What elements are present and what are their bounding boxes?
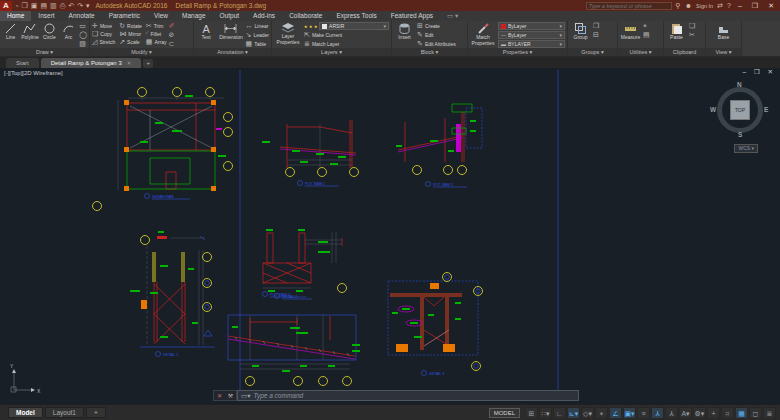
open-icon[interactable]: ❒ — [21, 1, 27, 11]
groups-panel-label[interactable]: Groups ▾ — [568, 48, 617, 56]
erase-tool-icon[interactable]: ✐ — [168, 22, 174, 30]
fillet-tool[interactable]: ◜Fillet — [146, 30, 167, 38]
search-input[interactable] — [586, 2, 672, 10]
layer-freeze-icon[interactable]: ● — [309, 22, 312, 30]
save-icon[interactable]: ▣ — [31, 1, 38, 11]
isodraft-toggle[interactable]: ◇▾ — [581, 407, 594, 419]
command-input[interactable]: ▭▾ Type a command — [237, 390, 579, 401]
polar-tracking-toggle[interactable]: ⊾▾ — [567, 407, 580, 419]
cut-clip-icon[interactable]: ✂ — [689, 31, 695, 39]
tab-manage[interactable]: Manage — [175, 11, 213, 21]
drawing-potongan-ram-2[interactable]: POT. RAM 2 — [396, 104, 482, 187]
match-layer-tool[interactable]: ≣Match Layer — [304, 40, 389, 48]
undo-icon[interactable]: ↶ — [68, 1, 74, 11]
search-icon[interactable]: ⚲ — [676, 2, 681, 10]
quick-calc-icon[interactable]: ▤ — [643, 31, 650, 39]
polyline-tool[interactable]: Polyline — [21, 22, 39, 41]
command-close-icon[interactable]: ✕ — [217, 392, 222, 399]
line-tool[interactable]: Line — [2, 22, 19, 41]
close-tab-icon[interactable]: ✕ — [127, 60, 132, 66]
clipboard-panel-label[interactable]: Clipboard — [664, 48, 705, 56]
hatch-tool-icon[interactable]: ▨ — [79, 40, 87, 48]
measure-tool[interactable]: Measure — [620, 22, 641, 41]
annotation-monitor-toggle[interactable]: + — [707, 407, 720, 419]
drawing-detail-3[interactable]: DETAIL 3 — [388, 273, 483, 377]
table-tool[interactable]: ▦Table — [246, 40, 269, 48]
drawing-potongan-ram-1[interactable]: POT. RAM 1 — [262, 120, 359, 186]
tab-output[interactable]: Output — [213, 11, 247, 21]
trim-tool[interactable]: ✂Trim — [146, 22, 167, 30]
restore-button[interactable]: ❐ — [749, 2, 761, 10]
minimize-button[interactable]: – — [735, 2, 745, 9]
new-icon[interactable]: ▫ — [16, 1, 18, 11]
group-tool[interactable]: Group — [570, 22, 591, 41]
graphics-performance-toggle[interactable]: ▦ — [735, 407, 748, 419]
tab-view[interactable]: View — [147, 11, 175, 21]
annotation-panel-label[interactable]: Annotation ▾ — [194, 48, 271, 56]
linetype-dropdown[interactable]: —ByLayer▾ — [498, 31, 565, 39]
dimension-tool[interactable]: Dimension — [218, 22, 243, 41]
linear-tool[interactable]: ↔Linear — [246, 22, 269, 30]
layers-panel-label[interactable]: Layers ▾ — [272, 48, 391, 56]
lineweight-toggle[interactable]: ≡ — [637, 407, 650, 419]
signin-label[interactable]: Sign In — [696, 3, 713, 9]
snap-mode-toggle[interactable]: ∷▾ — [539, 407, 552, 419]
ucs-icon[interactable]: Y X — [10, 363, 41, 394]
copy-tool[interactable]: ❏Copy — [92, 30, 115, 38]
signin-user-icon[interactable]: ☻ — [685, 2, 692, 9]
tab-collaborate[interactable]: Collaborate — [282, 11, 329, 21]
group-edit-icon[interactable]: ⊟ — [593, 31, 599, 39]
scale-tool[interactable]: ↗Scale — [119, 38, 142, 46]
qat-dropdown-icon[interactable]: ▾ — [86, 1, 90, 11]
viewcube-south[interactable]: S — [738, 131, 742, 138]
match-properties-tool[interactable]: Match Properties — [470, 22, 496, 46]
model-space-button[interactable]: MODEL — [489, 408, 520, 418]
ellipse-tool-icon[interactable]: ◯ — [79, 31, 87, 39]
grid-bubble[interactable] — [93, 202, 102, 211]
rotate-tool[interactable]: ↻Rotate — [119, 22, 142, 30]
add-layout-button[interactable]: + — [86, 407, 106, 418]
leader-tool[interactable]: ↘Leader — [246, 31, 269, 39]
plot-icon[interactable]: ⎙ — [60, 1, 66, 11]
viewport-controls[interactable]: [-][Top][2D Wireframe] — [4, 70, 63, 76]
document-tab[interactable]: Detail Ramp & Potongan 3✕ — [41, 58, 142, 68]
help-icon[interactable]: ? — [727, 2, 731, 9]
ortho-mode-toggle[interactable]: ∟ — [553, 407, 566, 419]
drawing-detail-2[interactable]: DETAIL 2 — [263, 229, 347, 299]
model-space[interactable]: DENAH RAM POT. RAM 1 — [0, 68, 780, 404]
grid-display-toggle[interactable]: ⊞ — [525, 407, 538, 419]
tab-express-tools[interactable]: Express Tools — [329, 11, 383, 21]
offset-tool-icon[interactable]: ⊂ — [168, 40, 174, 48]
base-tool[interactable]: Base — [713, 22, 734, 41]
draw-panel-label[interactable]: Draw ▾ — [0, 48, 89, 56]
object-color-dropdown[interactable]: ByLayer▾ — [498, 22, 565, 30]
copy-clip-icon[interactable]: ❏ — [689, 22, 695, 30]
open-web-icon[interactable]: ▥ — [50, 1, 57, 11]
save-as-icon[interactable]: ▤ — [40, 1, 47, 11]
customize-menu-button[interactable]: ≣ — [763, 407, 776, 419]
tab-annotate[interactable]: Annotate — [62, 11, 102, 21]
viewcube-west[interactable]: W — [710, 106, 716, 113]
layout1-tab[interactable]: Layout1 — [45, 407, 84, 418]
wcs-dropdown[interactable]: WCS ▾ — [734, 144, 758, 153]
drawing-canvas[interactable]: [-][Top][2D Wireframe] – ❐ ✕ — [0, 68, 780, 404]
viewcube-north[interactable]: N — [737, 81, 742, 88]
circle-tool[interactable]: Circle — [41, 22, 58, 41]
viewcube-east[interactable]: E — [764, 106, 768, 113]
ungroup-icon[interactable]: ❐ — [593, 22, 599, 30]
array-tool[interactable]: ▦Array — [146, 38, 167, 46]
layer-properties-tool[interactable]: Layer Properties — [274, 22, 302, 45]
modify-panel-label[interactable]: Modify ▾ — [90, 48, 193, 56]
workspace-switching-button[interactable]: ⚙▾ — [693, 407, 706, 419]
drawing-potongan-ram-3[interactable]: POT. RAM 3 — [228, 292, 360, 386]
tab-home[interactable]: Home — [0, 11, 31, 21]
arc-tool[interactable]: Arc — [60, 22, 77, 41]
layer-on-icon[interactable]: ● — [304, 22, 307, 30]
tab-addins[interactable]: Add-ins — [246, 11, 282, 21]
stretch-tool[interactable]: ◿Stretch — [92, 38, 115, 46]
isolate-objects-button[interactable]: ⌗ — [721, 407, 734, 419]
close-button[interactable]: ✕ — [765, 2, 777, 10]
properties-panel-label[interactable]: Properties ▾ — [468, 48, 567, 56]
autocad-logo-icon[interactable]: A — [0, 1, 12, 11]
viewcube[interactable]: N S W E TOP — [712, 82, 768, 138]
